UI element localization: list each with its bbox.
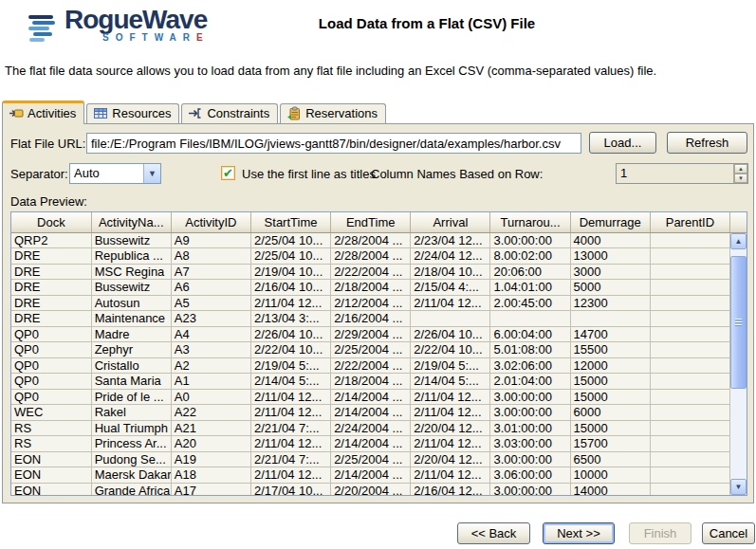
table-cell: 2/11/04 12...: [250, 389, 330, 405]
table-cell: 2/11/04 12...: [250, 295, 330, 311]
table-row[interactable]: RSHual TriumphA212/21/04 7:...2/24/2004 …: [11, 420, 730, 436]
table-cell: 2/23/04 12...: [411, 232, 490, 248]
table-cell: 3000: [570, 264, 650, 280]
table-cell: 3.01:00:00: [490, 420, 570, 436]
first-line-titles-checkbox[interactable]: ✔: [221, 166, 235, 180]
table-row[interactable]: DREBussewitzA62/16/04 10...2/18/2004 ...…: [11, 280, 730, 296]
tab-label: Activities: [28, 106, 76, 120]
table-row[interactable]: DREMSC ReginaA72/19/04 10...2/22/2004 ..…: [11, 264, 730, 280]
table-cell: DRE: [11, 248, 91, 265]
table-row[interactable]: EONPudong Se...A192/21/04 7:...2/25/2004…: [11, 451, 730, 467]
table-cell: 15000: [570, 420, 650, 436]
table-row[interactable]: EONGrande AfricaA172/17/04 10...2/20/200…: [11, 483, 730, 496]
table-column-header[interactable]: ActivityID: [171, 212, 250, 232]
table-cell: QP0: [11, 389, 91, 405]
table-row[interactable]: DREMaintenanceA232/13/04 3:...2/16/2004 …: [11, 311, 730, 327]
tab-bar: Activities Resources Constraints Reserva…: [2, 101, 388, 123]
vertical-scrollbar[interactable]: ▲ ▼: [730, 233, 747, 495]
resources-tab-icon: [93, 106, 108, 120]
table-row[interactable]: QP0CristalloA22/19/04 5:...2/22/2004 ...…: [11, 357, 730, 374]
refresh-button[interactable]: Refresh: [667, 132, 747, 154]
table-cell: 2/12/2004 ...: [331, 295, 411, 311]
cancel-button[interactable]: Cancel: [702, 522, 755, 544]
table-cell: 15000: [570, 374, 650, 390]
spinner-up-icon[interactable]: ▲: [734, 164, 747, 174]
constraints-tab-icon: [188, 106, 203, 120]
separator-select[interactable]: Auto ▼: [69, 163, 161, 184]
table-cell: A1: [171, 374, 250, 390]
table-row[interactable]: RSPrincess Ar...A202/11/04 12...2/14/200…: [11, 436, 730, 452]
table-cell: EON: [11, 483, 91, 496]
table-cell: EON: [11, 451, 91, 467]
table-column-header[interactable]: Dock: [11, 212, 91, 232]
table-cell: QP0: [11, 357, 91, 374]
table-cell: 2/11/04 12...: [250, 436, 330, 452]
table-column-header[interactable]: ActivityNa...: [91, 212, 171, 232]
table-cell: 3.00:00:00: [490, 389, 570, 405]
table-cell: 6.00:04:00: [490, 326, 570, 342]
table-column-header[interactable]: Arrival: [411, 212, 490, 232]
table-cell: [650, 342, 729, 358]
chevron-down-icon[interactable]: ▼: [143, 164, 160, 183]
table-row[interactable]: QP0ZephyrA32/22/04 10...2/25/2004 ...2/2…: [11, 342, 730, 358]
next-button[interactable]: Next >>: [543, 522, 615, 544]
scroll-up-icon[interactable]: ▲: [730, 233, 747, 249]
tab-resources[interactable]: Resources: [86, 103, 179, 123]
scrollbar-thumb[interactable]: [730, 256, 747, 389]
table-cell: 14000: [570, 483, 650, 496]
table-row[interactable]: DRERepublica ...A82/25/04 10...2/28/2004…: [11, 248, 730, 265]
table-cell: 2/11/04 12...: [411, 436, 490, 452]
table-cell: Autosun: [91, 295, 171, 311]
table-cell: 6000: [570, 405, 650, 421]
table-cell: 2/19/04 5:...: [411, 357, 490, 374]
tab-reservations[interactable]: Reservations: [280, 103, 386, 123]
table-row[interactable]: WECRakelA222/11/04 12...2/14/2004 ...2/1…: [11, 405, 730, 421]
table-cell: 2/11/04 12...: [411, 295, 490, 311]
table-cell: 3.00:00:00: [490, 483, 570, 496]
table-row[interactable]: EONMaersk DakarA182/11/04 12...2/14/2004…: [11, 467, 730, 484]
table-cell: DRE: [11, 295, 91, 311]
spinner-down-icon[interactable]: ▼: [734, 174, 747, 183]
table-cell: [650, 374, 729, 390]
table-cell: 13000: [570, 248, 650, 265]
wave-icon: [27, 13, 63, 47]
table-column-header[interactable]: EndTime: [331, 212, 411, 232]
table-cell: [650, 451, 729, 467]
table-cell: 2/25/2004 ...: [331, 342, 411, 358]
table-row[interactable]: QRP2BussewitzA92/25/04 10...2/28/2004 ..…: [11, 232, 730, 248]
back-button[interactable]: << Back: [457, 522, 530, 544]
table-row[interactable]: QP0Pride of le ...A02/11/04 12...2/14/20…: [11, 389, 730, 405]
load-button[interactable]: Load...: [589, 132, 656, 154]
column-names-row-spinner[interactable]: 1 ▲ ▼: [616, 163, 748, 184]
table-column-header[interactable]: Turnarou...: [490, 212, 570, 232]
table-cell: 3.03:00:00: [490, 436, 570, 452]
table-row[interactable]: QP0MadreA42/26/04 10...2/29/2004 ...2/26…: [11, 326, 730, 342]
table-cell: 5000: [570, 280, 650, 296]
table-cell: QP0: [11, 342, 91, 358]
finish-button[interactable]: Finish: [629, 522, 691, 544]
data-preview-label: Data Preview:: [10, 194, 87, 209]
table-cell: 2/26/04 10...: [250, 326, 330, 342]
separator-selected-value: Auto: [70, 164, 143, 183]
table-column-header[interactable]: StartTime: [250, 212, 330, 232]
table-column-header[interactable]: Demurrage: [570, 212, 650, 232]
flat-file-url-input[interactable]: [86, 133, 581, 154]
table-cell: 2/13/04 3:...: [250, 311, 330, 327]
tab-activities[interactable]: Activities: [2, 101, 84, 124]
table-row[interactable]: DREAutosunA52/11/04 12...2/12/2004 ...2/…: [11, 295, 730, 311]
table-cell: RS: [11, 436, 91, 452]
table-cell: 12300: [570, 295, 650, 311]
table-cell: [650, 436, 729, 452]
table-row[interactable]: QP0Santa MariaA12/14/04 5:...2/18/2004 .…: [11, 374, 730, 390]
table-cell: Hual Triumph: [91, 420, 171, 436]
scroll-down-icon[interactable]: ▼: [730, 479, 747, 495]
table-cell: 2/18/2004 ...: [331, 280, 411, 296]
table-cell: 2/11/04 12...: [411, 389, 490, 405]
table-cell: 2/16/04 10...: [250, 280, 330, 296]
table-cell: 15700: [570, 436, 650, 452]
table-cell: 2.01:04:00: [490, 374, 570, 390]
table-cell: A18: [171, 467, 250, 484]
table-column-header[interactable]: ParentID: [650, 212, 729, 232]
table-cell: Bussewitz: [91, 232, 171, 248]
tab-constraints[interactable]: Constraints: [181, 103, 278, 123]
